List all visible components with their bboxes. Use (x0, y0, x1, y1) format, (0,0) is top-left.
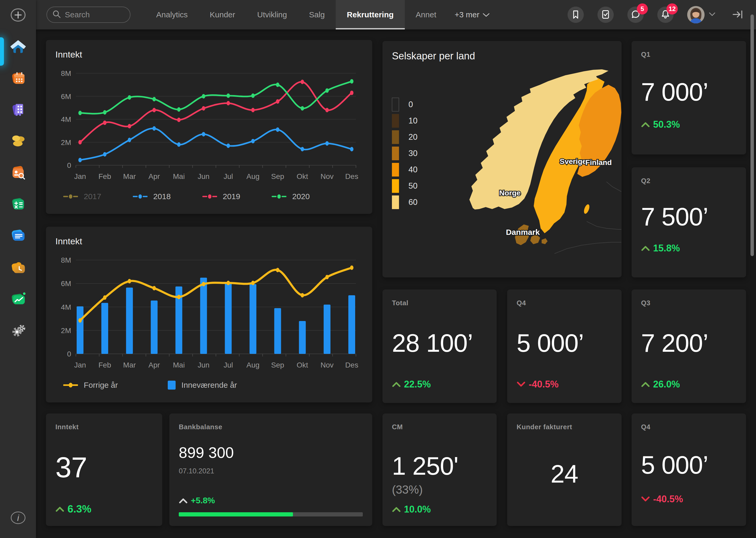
bankbalanse-progress-fill (179, 512, 293, 516)
sidebar-item-analytics[interactable] (9, 290, 27, 308)
delta-text: -40.5% (653, 494, 683, 505)
point-2020-Jun (202, 94, 205, 98)
sidebar-item-contact-search[interactable] (9, 163, 27, 182)
country-label-danmark: Danmark (506, 228, 540, 237)
bar-Apr (151, 300, 158, 354)
legend-item-2017[interactable]: 2017 (63, 192, 101, 201)
series-marker (168, 381, 176, 390)
messages-button[interactable]: 5 (627, 7, 644, 23)
series-marker (133, 192, 148, 201)
tab-analytics[interactable]: Analytics (145, 0, 199, 29)
legend-item-2020[interactable]: 2020 (272, 192, 310, 201)
point-2020-Mar (128, 95, 131, 100)
vertical-scrollbar[interactable] (750, 15, 754, 256)
notifications-button[interactable]: 12 (657, 7, 674, 23)
scale-row: 10 (392, 114, 417, 128)
scale-row: 20 (392, 130, 417, 144)
x-tick-label: Nov (320, 172, 334, 181)
trend-chevron-icon (392, 381, 401, 388)
kpi-delta: -40.5% (641, 494, 736, 505)
collapse-panel-button[interactable] (732, 9, 743, 21)
coins-icon (9, 132, 27, 151)
bookmarks-button[interactable] (568, 7, 584, 23)
sidebar-item-settings[interactable] (9, 321, 27, 340)
trend-chevron-icon (179, 498, 188, 504)
sidebar-item-time-tracking[interactable] (9, 258, 27, 277)
sidebar-item-add[interactable] (9, 6, 27, 25)
country-label-sverige: Sverige (560, 157, 587, 166)
kpi-card-q2: Q2 7 500’ 15.8% (632, 167, 746, 277)
point-Forrige år-Okt (301, 293, 304, 297)
add-icon (9, 6, 27, 25)
bar-Feb (101, 303, 108, 354)
scale-swatch (392, 163, 399, 177)
point-2019-Aug (251, 108, 255, 112)
point-Forrige år-Jun (202, 282, 205, 286)
kpi-card-q4-mid: Q4 5 000’ -40.5% (507, 290, 622, 403)
tab-utvikling[interactable]: Utvikling (246, 0, 298, 29)
kpi-label: Q4 (517, 299, 612, 307)
point-2019-Mai (177, 118, 181, 122)
legend-item-2019[interactable]: 2019 (202, 192, 240, 201)
sidebar-item-accounting[interactable] (9, 195, 27, 214)
point-2018-Apr (153, 126, 156, 131)
calculator-icon (9, 195, 27, 214)
y-tick-label: 6M (61, 280, 71, 288)
choropleth-scale: 0102030405060 (392, 98, 417, 209)
point-2020-Des (350, 79, 354, 83)
home-icon (9, 37, 27, 56)
building-icon (9, 101, 27, 119)
kpi-value: 5 000’ (517, 329, 612, 357)
bank-balance-value: 899 300 (179, 444, 363, 461)
delta-text: 15.8% (653, 243, 680, 254)
scale-swatch (392, 195, 399, 209)
point-2019-Jan (78, 140, 82, 144)
delta-text: 50.3% (653, 119, 680, 130)
tab-annet[interactable]: Annet (405, 0, 447, 29)
delta-text: +5.8% (191, 496, 215, 506)
sidebar-item-finance[interactable] (9, 132, 27, 151)
chart-title: Inntekt (55, 49, 363, 60)
trend-chevron-icon (55, 506, 64, 512)
sidebar-item-info[interactable]: i (9, 509, 27, 527)
scale-tick-label: 50 (408, 181, 417, 191)
kpi-delta: 15.8% (641, 243, 736, 254)
tab-salg[interactable]: Salg (298, 0, 336, 29)
point-2020-Jul (226, 93, 230, 98)
sidebar-item-home[interactable] (9, 37, 27, 56)
kpi-label: Q1 (641, 50, 736, 59)
series-line-2020 (80, 81, 352, 114)
series-marker (63, 381, 78, 390)
kpi-card-q1: Q1 7 000’ 50.3% (632, 41, 746, 154)
sidebar-item-calendar[interactable] (9, 69, 27, 88)
time-tracking-icon (9, 258, 27, 277)
x-tick-label: Jul (224, 172, 233, 181)
trend-chevron-icon (641, 496, 650, 502)
legend-item-innevarende-ar[interactable]: Inneværende år (168, 381, 237, 390)
legend-item-2018[interactable]: 2018 (133, 192, 171, 201)
point-Forrige år-Aug (251, 281, 255, 285)
point-2019-Okt (301, 80, 304, 84)
y-tick-label: 6M (61, 92, 71, 101)
y-tick-label: 4M (61, 115, 71, 124)
legend-item-forrige-ar[interactable]: Forrige år (63, 381, 118, 390)
tab-rekruttering[interactable]: Rekruttering (336, 0, 404, 29)
point-2020-Jan (78, 111, 82, 115)
sidebar-item-documents[interactable] (9, 227, 27, 245)
collapse-right-icon (732, 17, 743, 21)
sidebar: i (0, 0, 36, 538)
more-tabs-button[interactable]: +3 mer (455, 10, 490, 19)
tasks-button[interactable] (597, 7, 614, 23)
sidebar-item-company[interactable] (9, 100, 27, 119)
user-menu[interactable] (687, 6, 716, 24)
kpi-delta: 6.3% (55, 503, 153, 515)
y-tick-label: 4M (61, 303, 71, 311)
scale-tick-label: 10 (408, 116, 417, 126)
bar-Jun (200, 278, 207, 354)
legend-label: Inneværende år (181, 381, 237, 390)
tab-kunder[interactable]: Kunder (199, 0, 246, 29)
kpi-sub-value: (33%) (392, 483, 487, 496)
search-box[interactable] (46, 7, 130, 23)
scale-swatch (392, 114, 399, 128)
kpi-value: 37 (55, 451, 153, 484)
